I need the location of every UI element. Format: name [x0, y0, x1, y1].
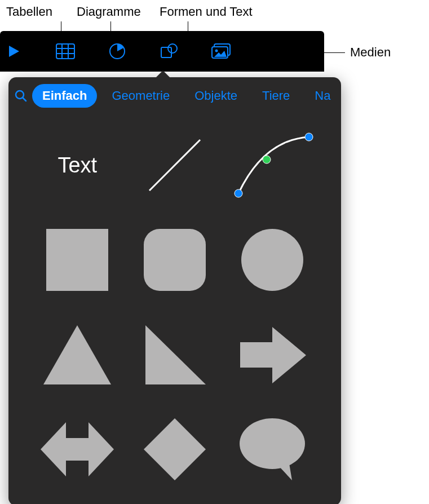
tables-button[interactable]	[39, 31, 91, 72]
callout-shapes-text: Formen und Text	[160, 5, 253, 19]
line-icon	[141, 131, 209, 199]
tab-animals[interactable]: Tiere	[252, 84, 300, 108]
shape-star[interactable]	[225, 499, 319, 504]
svg-point-16	[305, 133, 313, 141]
shape-right-triangle[interactable]	[129, 310, 222, 400]
callout-charts: Diagramme	[77, 5, 141, 19]
chart-icon	[109, 43, 126, 60]
search-button[interactable]	[14, 85, 28, 107]
tab-simple[interactable]: Einfach	[32, 84, 97, 108]
svg-point-19	[241, 229, 303, 291]
shapes-button[interactable]	[143, 31, 195, 72]
text-shape-label: Text	[58, 153, 97, 178]
tab-objects[interactable]: Objekte	[184, 84, 247, 108]
shapes-popover: Einfach Geometrie Objekte Tiere Na Text	[8, 77, 341, 504]
media-icon	[211, 43, 231, 59]
double-arrow-icon	[38, 415, 117, 483]
svg-point-14	[235, 189, 242, 197]
shape-double-arrow[interactable]	[31, 404, 124, 494]
rounded-square-icon	[141, 226, 209, 294]
shape-text[interactable]: Text	[31, 120, 124, 210]
triangle-icon	[41, 322, 114, 387]
right-triangle-icon	[141, 322, 209, 387]
shapes-grid: Text	[8, 114, 341, 504]
diamond-icon	[141, 415, 209, 483]
shape-line[interactable]	[129, 120, 222, 210]
shape-rounded-square[interactable]	[129, 215, 222, 305]
shape-diamond[interactable]	[129, 404, 222, 494]
svg-point-7	[168, 44, 177, 53]
shape-arrow-right[interactable]	[225, 310, 319, 400]
speech-bubble-icon	[236, 415, 309, 483]
play-button[interactable]	[0, 31, 28, 72]
svg-rect-0	[56, 44, 74, 59]
svg-point-20	[240, 418, 305, 469]
svg-rect-18	[144, 229, 206, 291]
callout-tables: Tabellen	[6, 5, 52, 19]
toolbar	[0, 31, 324, 72]
curve-icon	[230, 129, 315, 202]
arrow-right-icon	[236, 322, 309, 387]
table-icon	[56, 43, 75, 59]
square-icon	[43, 226, 111, 294]
svg-point-15	[263, 156, 271, 163]
search-icon	[14, 89, 28, 103]
shape-speech-bubble[interactable]	[225, 404, 319, 494]
svg-line-12	[23, 98, 26, 101]
svg-rect-17	[46, 229, 108, 291]
app-window: Einfach Geometrie Objekte Tiere Na Text	[0, 31, 324, 504]
tab-geometry[interactable]: Geometrie	[101, 84, 180, 108]
callout-media: Medien	[350, 45, 391, 60]
shape-triangle[interactable]	[31, 310, 124, 400]
popover-caret	[155, 70, 171, 78]
shape-pentagon[interactable]	[129, 499, 222, 504]
shape-curve[interactable]	[225, 120, 319, 210]
charts-button[interactable]	[91, 31, 143, 72]
svg-point-10	[215, 50, 218, 52]
shapes-tabbar: Einfach Geometrie Objekte Tiere Na	[8, 77, 341, 114]
svg-line-13	[149, 140, 200, 191]
shapes-icon	[160, 43, 178, 60]
tab-nature[interactable]: Na	[304, 84, 340, 108]
shape-callout-rect[interactable]	[31, 499, 124, 504]
callout-line-shapes-v	[188, 21, 188, 31]
circle-icon	[238, 226, 306, 294]
shape-circle[interactable]	[225, 215, 319, 305]
media-button[interactable]	[195, 31, 247, 72]
play-icon	[8, 45, 20, 58]
shape-square[interactable]	[31, 215, 124, 305]
